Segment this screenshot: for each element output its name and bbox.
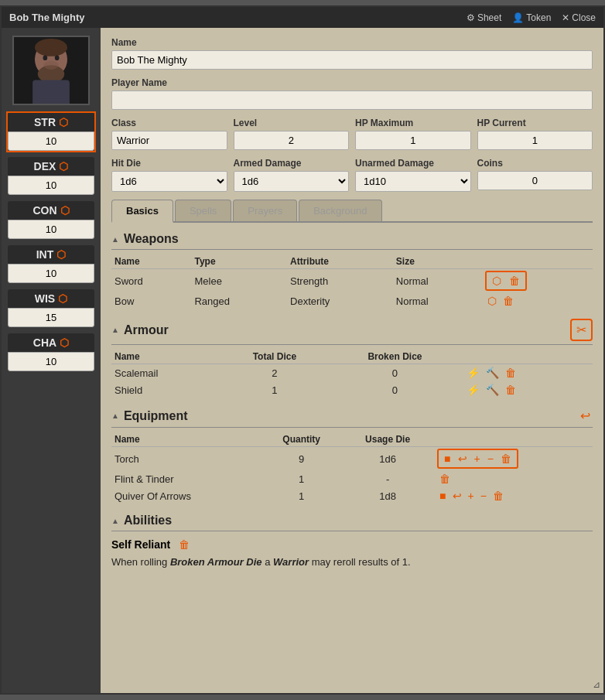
equip-torch-square-button[interactable]: ■ xyxy=(442,452,453,466)
stat-int[interactable]: INT ⬡ xyxy=(8,245,94,283)
equipment-row-torch: Torch 9 1d6 ■ ↩ + − 🗑 xyxy=(111,447,593,471)
str-value[interactable] xyxy=(8,131,94,151)
equip-quiver-square-button[interactable]: ■ xyxy=(437,489,448,503)
token-button[interactable]: 👤 Token xyxy=(512,12,551,23)
hp-max-input[interactable] xyxy=(355,131,471,150)
equip-flint-delete-button[interactable]: 🗑 xyxy=(437,472,453,486)
hp-cur-label: HP Current xyxy=(477,118,593,128)
abilities-title: ▲ Abilities xyxy=(111,514,172,528)
armour-shield-bolt-button[interactable]: ⚡ xyxy=(464,383,482,397)
armed-dmg-label: Armed Damage xyxy=(234,158,350,169)
equip-torch-delete-button[interactable]: 🗑 xyxy=(498,452,514,466)
tab-basics[interactable]: Basics xyxy=(111,200,173,223)
stat-dex[interactable]: DEX ⬡ xyxy=(8,157,94,195)
armour-title: ▲ Armour xyxy=(111,323,169,337)
resize-handle[interactable]: ⊿ xyxy=(593,679,600,690)
hp-cur-group: HP Current xyxy=(477,118,593,150)
weapons-section-header: ▲ Weapons xyxy=(111,232,593,250)
dex-value[interactable] xyxy=(8,176,94,195)
weapon-sword-roll-button[interactable]: ⬡ xyxy=(490,274,504,288)
armour-table: Name Total Dice Broken Dice Scalemail 2 … xyxy=(111,350,593,398)
coins-input[interactable] xyxy=(477,171,593,190)
stat-str[interactable]: STR ⬡ xyxy=(8,113,94,151)
svg-point-7 xyxy=(43,61,58,70)
col-equip-actions xyxy=(434,432,593,447)
equipment-collapse-icon[interactable]: ▲ xyxy=(111,411,119,420)
stat-wis[interactable]: WIS ⬡ xyxy=(8,289,94,327)
weapon-sword-delete-button[interactable]: 🗑 xyxy=(507,274,522,288)
weapon-bow-attribute: Dexterity xyxy=(287,292,393,309)
tab-prayers[interactable]: Prayers xyxy=(233,200,297,221)
equip-quiver-delete-button[interactable]: 🗑 xyxy=(490,489,506,503)
equip-flint-usage: - xyxy=(341,470,434,487)
equip-torch-reset-button[interactable]: ↩ xyxy=(456,452,470,466)
unarmed-dmg-select[interactable]: 1d6 1d8 1d10 xyxy=(355,171,471,192)
armour-shield-hammer-button[interactable]: 🔨 xyxy=(484,383,501,397)
armour-scalemail-bolt-button[interactable]: ⚡ xyxy=(464,366,482,380)
hp-max-group: HP Maximum xyxy=(355,118,471,150)
col-armour-name: Name xyxy=(111,350,220,364)
weapon-bow-name: Bow xyxy=(111,292,191,309)
svg-rect-6 xyxy=(32,80,70,104)
name-input[interactable] xyxy=(111,50,593,70)
level-input[interactable] xyxy=(234,131,350,150)
armour-tools[interactable]: ✂ xyxy=(570,319,593,341)
class-input[interactable] xyxy=(111,131,227,150)
equip-quiver-actions: ■ ↩ + − 🗑 xyxy=(434,487,593,504)
close-button[interactable]: ✕ Close xyxy=(562,12,596,23)
equip-torch-usage: 1d6 xyxy=(341,447,434,471)
ability-delete-button[interactable]: 🗑 xyxy=(176,538,192,551)
stat-cha[interactable]: CHA ⬡ xyxy=(8,333,94,371)
equip-quiver-reset-button[interactable]: ↩ xyxy=(450,489,464,503)
armed-dmg-group: Armed Damage 1d4 1d6 1d8 xyxy=(234,158,350,192)
col-armour-total: Total Dice xyxy=(220,350,330,364)
equip-quiver-minus-button[interactable]: − xyxy=(478,489,489,503)
equipment-row-quiver: Quiver Of Arrows 1 1d8 ■ ↩ + − 🗑 xyxy=(111,487,593,504)
equip-torch-minus-button[interactable]: − xyxy=(485,452,496,466)
tab-bar: Basics Spells Prayers Background xyxy=(111,200,593,223)
cha-value[interactable] xyxy=(8,352,94,371)
int-value[interactable] xyxy=(8,264,94,283)
player-name-input[interactable] xyxy=(111,90,593,110)
armour-shield-delete-button[interactable]: 🗑 xyxy=(503,383,518,397)
wis-value[interactable] xyxy=(8,308,94,327)
armour-scalemail-hammer-button[interactable]: 🔨 xyxy=(484,366,501,380)
weapon-bow-type: Ranged xyxy=(191,292,287,309)
hp-cur-input[interactable] xyxy=(477,131,593,150)
armed-dmg-select[interactable]: 1d4 1d6 1d8 xyxy=(234,171,350,192)
weapons-title: ▲ Weapons xyxy=(111,232,179,246)
armour-scalemail-actions: ⚡ 🔨 🗑 xyxy=(461,364,593,382)
equipment-reset-button[interactable]: ↩ xyxy=(578,408,593,424)
armour-row-scalemail: Scalemail 2 0 ⚡ 🔨 🗑 xyxy=(111,364,593,382)
con-value[interactable] xyxy=(8,220,94,239)
weapons-collapse-icon[interactable]: ▲ xyxy=(111,235,119,244)
armour-scalemail-delete-button[interactable]: 🗑 xyxy=(503,366,518,380)
name-group: Name xyxy=(111,37,593,70)
weapon-sword-attribute: Strength xyxy=(287,269,393,293)
equip-quiver-add-button[interactable]: + xyxy=(466,489,477,503)
tab-spells[interactable]: Spells xyxy=(175,200,231,221)
avatar[interactable] xyxy=(12,36,90,105)
ability-description: When rolling Broken Armour Die a Warrior… xyxy=(111,555,593,570)
character-sheet-window: Bob The Mighty ⚙ Sheet 👤 Token ✕ Close xyxy=(0,5,605,695)
ability-desc-1: When rolling xyxy=(111,556,170,568)
dex-dice-icon: ⬡ xyxy=(59,160,68,172)
cha-label: CHA ⬡ xyxy=(8,333,94,352)
abilities-collapse-icon[interactable]: ▲ xyxy=(111,517,119,525)
tab-background[interactable]: Background xyxy=(299,200,381,221)
equip-torch-actions: ■ ↩ + − 🗑 xyxy=(434,447,593,471)
stat-con[interactable]: CON ⬡ xyxy=(8,201,94,239)
weapon-bow-delete-button[interactable]: 🗑 xyxy=(501,294,516,308)
player-name-label: Player Name xyxy=(111,77,593,88)
equip-torch-qty: 9 xyxy=(261,447,341,471)
sheet-button[interactable]: ⚙ Sheet xyxy=(467,12,501,23)
weapon-bow-roll-button[interactable]: ⬡ xyxy=(485,294,499,308)
equip-flint-actions: 🗑 xyxy=(434,470,593,487)
col-equip-name: Name xyxy=(111,432,261,447)
equip-torch-add-button[interactable]: + xyxy=(472,452,483,466)
weapon-row-sword: Sword Melee Strength Normal ⬡ 🗑 xyxy=(111,269,593,293)
col-armour-actions xyxy=(461,350,593,364)
armour-collapse-icon[interactable]: ▲ xyxy=(111,326,119,334)
equip-quiver-usage: 1d8 xyxy=(341,487,434,504)
hit-die-select[interactable]: 1d4 1d6 1d8 xyxy=(111,171,227,192)
